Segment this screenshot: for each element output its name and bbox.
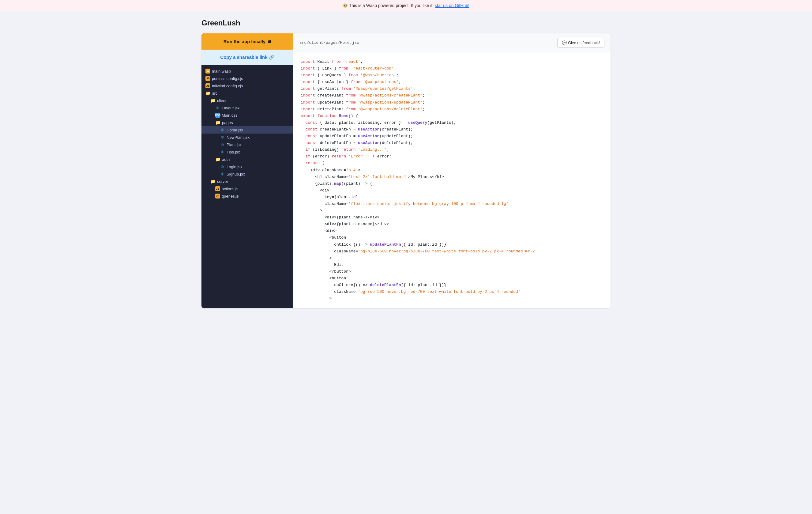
file-tree-item-auth[interactable]: 📁 auth	[201, 155, 293, 163]
file-name: pages	[222, 120, 233, 125]
copy-link-button[interactable]: Copy a shareable link 🔗	[201, 50, 293, 65]
github-link[interactable]: star us on GitHub!	[435, 3, 469, 8]
file-tree-item-tailwind[interactable]: JS tailwind.config.cjs	[201, 82, 293, 89]
react-icon: ⚛	[220, 135, 225, 140]
react-icon: ⚛	[215, 105, 220, 110]
js-icon: JS	[205, 83, 210, 88]
wasp-icon: W	[205, 68, 210, 74]
folder-icon: 📁	[215, 120, 221, 125]
folder-icon: 📁	[215, 157, 221, 162]
code-panel: src/client/pages/Home.jsx 💬 Give us feed…	[293, 33, 611, 308]
file-name: actions.js	[222, 187, 238, 191]
file-tree-item-actions[interactable]: JS actions.js	[201, 185, 293, 192]
file-tree-item-src[interactable]: 📁 src	[201, 89, 293, 97]
file-name: Main.css	[222, 113, 237, 118]
file-name: server	[217, 179, 228, 184]
folder-icon: 📁	[210, 179, 215, 184]
react-icon: ⚛	[220, 164, 225, 169]
file-name: client	[217, 98, 226, 103]
file-tree-item-tips[interactable]: ⚛ Tips.jsx	[201, 148, 293, 155]
file-name: Layout.jsx	[222, 106, 240, 110]
run-app-button[interactable]: Run the app locally 🖥	[201, 33, 293, 50]
file-tree-item-newplant[interactable]: ⚛ NewPlant.jsx	[201, 134, 293, 141]
folder-icon: 📁	[210, 98, 215, 103]
banner-text: 🐝 This is a Wasp powered project. If you…	[343, 3, 435, 8]
app-title: GreenLush	[201, 19, 611, 27]
folder-icon: 📁	[205, 91, 211, 95]
file-tree-item-postcss[interactable]: JS postcss.config.cjs	[201, 75, 293, 82]
file-tree-item-main-wasp[interactable]: W main.wasp	[201, 67, 293, 75]
file-tree-item-main-css[interactable]: CSS Main.css	[201, 112, 293, 119]
js-icon: JS	[215, 194, 220, 199]
file-tree-item-signup[interactable]: ⚛ Signup.jsx	[201, 170, 293, 178]
file-name: main.wasp	[212, 69, 231, 74]
file-name: Home.jsx	[227, 128, 243, 132]
file-tree-item-home-jsx[interactable]: ⚛ Home.jsx	[201, 126, 293, 134]
sidebar: Run the app locally 🖥 Copy a shareable l…	[201, 33, 293, 308]
react-icon: ⚛	[220, 142, 225, 147]
file-tree-item-client[interactable]: 📁 client	[201, 97, 293, 104]
file-name: auth	[222, 157, 230, 162]
file-name: queries.js	[222, 194, 239, 199]
code-content: import React from 'react'; import { Link…	[293, 52, 611, 308]
file-tree-item-layout[interactable]: ⚛ Layout.jsx	[201, 104, 293, 112]
js-icon: JS	[205, 76, 210, 81]
top-banner: 🐝 This is a Wasp powered project. If you…	[0, 0, 812, 11]
file-name: Login.jsx	[227, 165, 242, 169]
file-tree-item-server[interactable]: 📁 server	[201, 178, 293, 185]
file-path: src/client/pages/Home.jsx	[299, 40, 359, 45]
file-tree-item-pages[interactable]: 📁 pages	[201, 119, 293, 126]
file-tree-item-login[interactable]: ⚛ Login.jsx	[201, 163, 293, 170]
file-name: Tips.jsx	[227, 150, 240, 154]
js-icon: JS	[215, 186, 220, 191]
file-name: postcss.config.cjs	[212, 76, 243, 81]
code-header: src/client/pages/Home.jsx 💬 Give us feed…	[293, 33, 611, 52]
feedback-button[interactable]: 💬 Give us feedback!	[557, 38, 604, 48]
file-name: Plant.jsx	[227, 142, 241, 147]
file-name: tailwind.config.cjs	[212, 84, 243, 88]
file-name: Signup.jsx	[227, 172, 245, 176]
file-name: NewPlant.jsx	[227, 135, 250, 140]
react-icon: ⚛	[220, 172, 225, 176]
css-icon: CSS	[215, 113, 220, 118]
file-name: src	[212, 91, 218, 95]
file-tree-item-plant[interactable]: ⚛ Plant.jsx	[201, 141, 293, 148]
file-tree: W main.wasp JS postcss.config.cjs JS tai…	[201, 65, 293, 308]
react-icon: ⚛	[220, 127, 225, 132]
file-tree-item-queries[interactable]: JS queries.js	[201, 192, 293, 200]
react-icon: ⚛	[220, 149, 225, 154]
